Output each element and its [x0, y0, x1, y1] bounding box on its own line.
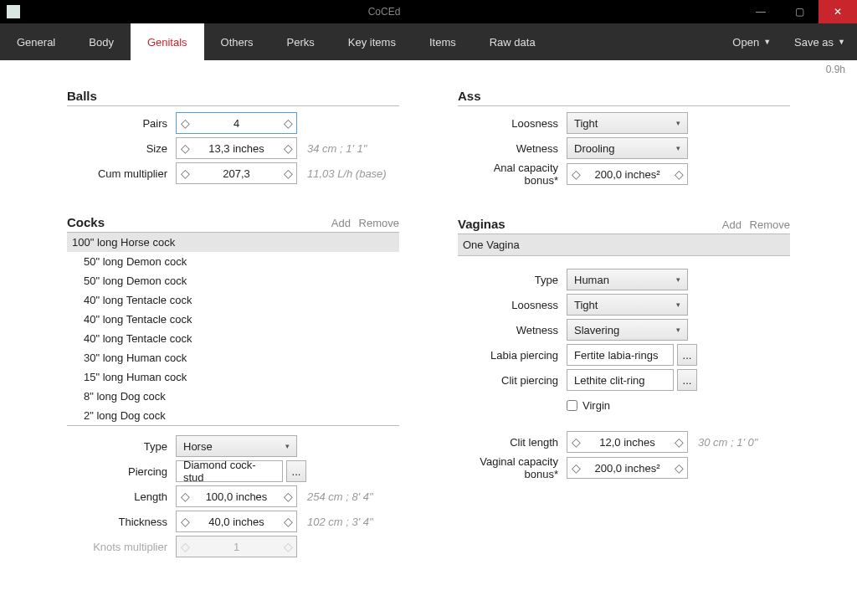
list-item[interactable]: 15" long Human cock [67, 367, 399, 387]
section-ass: Ass Loosness Tight ▾ Wetness Drooling ▾ [458, 89, 790, 187]
save-as-menu[interactable]: Save as▼ [783, 23, 857, 60]
label-size: Size [67, 142, 176, 155]
decrement-icon[interactable]: ◇ [177, 141, 193, 155]
vaginal-capacity-stepper[interactable]: ◇ 200,0 inches² ◇ [567, 457, 688, 479]
increment-icon[interactable]: ◇ [280, 515, 296, 528]
clit-length-value[interactable]: 12,0 inches [584, 436, 670, 449]
cock-thickness-value[interactable]: 40,0 inches [193, 516, 280, 528]
label-knots-multiplier: Knots multiplier [67, 541, 176, 553]
vaginal-capacity-value[interactable]: 200,0 inches² [584, 462, 670, 475]
list-item[interactable]: 40" long Tentacle cock [67, 329, 399, 348]
pairs-value[interactable]: 4 [233, 117, 239, 130]
label-vagina-type: Type [458, 274, 567, 286]
increment-icon[interactable]: ◇ [280, 167, 296, 180]
increment-icon[interactable]: ◇ [670, 167, 687, 181]
vagina-wetness-dropdown[interactable]: Slavering ▾ [567, 319, 688, 341]
size-value[interactable]: 13,3 inches [193, 142, 280, 155]
list-item[interactable]: 100" long Horse cock [67, 233, 399, 252]
cock-length-hint: 254 cm ; 8' 4" [307, 490, 373, 503]
label-cock-type: Type [67, 440, 176, 453]
labia-piercing-field[interactable]: Fertite labia-rings [567, 344, 674, 366]
knots-value: 1 [193, 541, 280, 553]
tab-perks[interactable]: Perks [270, 23, 331, 60]
label-cock-thickness: Thickness [67, 516, 176, 528]
list-item[interactable]: 40" long Tentacle cock [67, 310, 399, 329]
cock-thickness-stepper[interactable]: ◇ 40,0 inches ◇ [176, 511, 297, 532]
tab-key-items[interactable]: Key items [331, 23, 413, 60]
cocks-add-button[interactable]: Add [331, 217, 351, 229]
tab-general[interactable]: General [0, 23, 72, 60]
chevron-down-icon: ▾ [676, 119, 680, 127]
window-title: CoCEd [27, 6, 742, 18]
close-button[interactable]: ✕ [819, 0, 857, 23]
chevron-down-icon: ▾ [676, 275, 680, 284]
increment-icon[interactable]: ◇ [670, 461, 687, 475]
clit-piercing-more-button[interactable]: ... [677, 369, 697, 391]
tab-body[interactable]: Body [72, 23, 131, 60]
decrement-icon[interactable]: ◇ [177, 116, 193, 130]
section-vaginas: Vaginas Add Remove One Vagina Type Human… [458, 217, 790, 480]
vaginas-remove-button[interactable]: Remove [750, 218, 790, 231]
list-item[interactable]: 40" long Tentacle cock [67, 290, 399, 310]
label-vagina-loosness: Loosness [458, 299, 567, 311]
chevron-down-icon: ▼ [763, 38, 771, 46]
cock-piercing-field[interactable]: Diamond cock-stud [176, 460, 283, 482]
label-pairs: Pairs [67, 117, 176, 130]
increment-icon[interactable]: ◇ [670, 435, 687, 449]
cock-length-stepper[interactable]: ◇ 100,0 inches ◇ [176, 485, 297, 507]
chevron-down-icon: ▾ [676, 144, 680, 152]
increment-icon[interactable]: ◇ [280, 141, 296, 155]
increment-icon[interactable]: ◇ [280, 490, 296, 503]
minimize-button[interactable]: — [742, 0, 780, 23]
vagina-list-item[interactable]: One Vagina [458, 234, 790, 256]
section-title-balls: Balls [67, 89, 399, 106]
tab-genitals[interactable]: Genitals [131, 23, 204, 60]
list-item[interactable]: 50" long Demon cock [67, 252, 399, 271]
tab-raw-data[interactable]: Raw data [473, 23, 552, 60]
list-item[interactable]: 50" long Demon cock [67, 271, 399, 290]
decrement-icon[interactable]: ◇ [177, 490, 193, 503]
cum-multiplier-stepper[interactable]: ◇ 207,3 ◇ [176, 162, 297, 184]
chevron-down-icon: ▼ [838, 38, 845, 46]
label-cum-multiplier: Cum multiplier [67, 167, 176, 180]
ass-wetness-dropdown[interactable]: Drooling ▾ [567, 137, 688, 159]
label-anal-capacity: Anal capacity bonus* [458, 162, 567, 187]
vagina-type-dropdown[interactable]: Human ▾ [567, 269, 688, 290]
decrement-icon[interactable]: ◇ [177, 167, 193, 180]
anal-capacity-value[interactable]: 200,0 inches² [584, 168, 670, 181]
cocks-remove-button[interactable]: Remove [359, 217, 399, 229]
label-clit-length: Clit length [458, 436, 567, 449]
decrement-icon[interactable]: ◇ [567, 167, 584, 181]
open-menu[interactable]: Open▼ [721, 23, 783, 60]
label-cock-piercing: Piercing [67, 465, 176, 478]
vaginas-add-button[interactable]: Add [722, 218, 742, 231]
decrement-icon[interactable]: ◇ [567, 461, 584, 475]
ass-loosness-dropdown[interactable]: Tight ▾ [567, 112, 688, 134]
decrement-icon[interactable]: ◇ [567, 435, 584, 449]
labia-piercing-more-button[interactable]: ... [677, 344, 697, 366]
cock-piercing-more-button[interactable]: ... [286, 460, 306, 482]
cock-type-dropdown[interactable]: Horse ▾ [176, 435, 297, 457]
anal-capacity-stepper[interactable]: ◇ 200,0 inches² ◇ [567, 163, 688, 185]
tab-items[interactable]: Items [413, 23, 473, 60]
increment-icon[interactable]: ◇ [280, 116, 296, 130]
label-labia-piercing: Labia piercing [458, 349, 567, 362]
cock-thickness-hint: 102 cm ; 3' 4" [307, 516, 373, 528]
clit-length-stepper[interactable]: ◇ 12,0 inches ◇ [567, 431, 688, 453]
tab-others[interactable]: Others [204, 23, 270, 60]
cock-length-value[interactable]: 100,0 inches [193, 490, 280, 503]
clit-piercing-field[interactable]: Lethite clit-ring [567, 369, 674, 391]
label-ass-wetness: Wetness [458, 142, 567, 155]
decrement-icon[interactable]: ◇ [177, 515, 193, 528]
list-item[interactable]: 30" long Human cock [67, 348, 399, 367]
pairs-stepper[interactable]: ◇ 4 ◇ [176, 112, 297, 134]
maximize-button[interactable]: ▢ [780, 0, 819, 23]
vagina-loosness-dropdown[interactable]: Tight ▾ [567, 294, 688, 316]
status-text: 0.9h [0, 60, 857, 80]
list-item[interactable]: 2" long Dog cock [67, 406, 399, 425]
decrement-icon: ◇ [177, 540, 193, 553]
cum-value[interactable]: 207,3 [193, 167, 280, 180]
list-item[interactable]: 8" long Dog cock [67, 387, 399, 406]
size-stepper[interactable]: ◇ 13,3 inches ◇ [176, 137, 297, 159]
virgin-checkbox[interactable] [567, 400, 577, 411]
